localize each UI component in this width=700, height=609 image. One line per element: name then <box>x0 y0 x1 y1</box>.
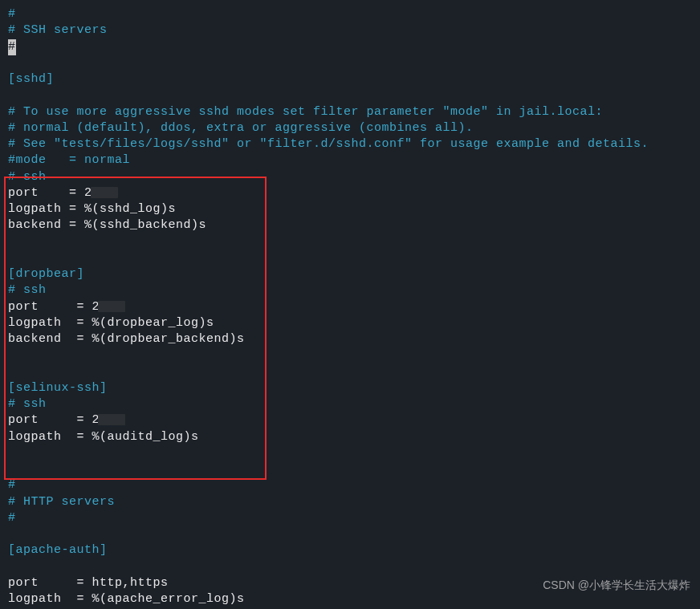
config-file-content: # # SSH servers # [sshd] # To use more a… <box>8 6 692 607</box>
comment-ssh: # ssh <box>8 397 47 411</box>
config-port: port = 2 <box>8 186 118 200</box>
cursor-block: # <box>8 39 16 55</box>
config-logpath: logpath = %(sshd_log)s <box>8 202 176 216</box>
section-sshd: [sshd] <box>8 72 54 86</box>
redacted-value <box>91 187 118 198</box>
comment-line: # <box>8 511 16 525</box>
redacted-value <box>98 301 125 312</box>
config-logpath: logpath = %(apache_error_log)s <box>8 592 245 606</box>
section-apache-auth: [apache-auth] <box>8 543 108 557</box>
redacted-value <box>98 414 125 425</box>
comment-line: # <box>8 478 16 492</box>
comment-line: # To use more aggressive sshd modes set … <box>8 105 603 119</box>
comment-line: # <box>8 7 16 21</box>
comment-http-servers: # HTTP servers <box>8 495 115 509</box>
config-port: port = 2 <box>8 413 125 427</box>
config-backend: backend = %(dropbear_backend)s <box>8 332 245 346</box>
config-port: port = http,https <box>8 576 169 590</box>
comment-line: # normal (default), ddos, extra or aggre… <box>8 121 474 135</box>
config-port: port = 2 <box>8 300 125 314</box>
comment-line: # See "tests/files/logs/sshd" or "filter… <box>8 137 649 151</box>
comment-ssh: # ssh <box>8 283 47 297</box>
watermark-text: CSDN @小锋学长生活大爆炸 <box>543 578 690 593</box>
comment-ssh-servers: # SSH servers <box>8 23 108 37</box>
comment-ssh: # ssh <box>8 170 47 184</box>
config-backend: backend = %(sshd_backend)s <box>8 218 206 232</box>
section-selinux-ssh: [selinux-ssh] <box>8 381 108 395</box>
section-dropbear: [dropbear] <box>8 267 84 281</box>
comment-mode: #mode = normal <box>8 153 130 167</box>
config-logpath: logpath = %(auditd_log)s <box>8 430 199 444</box>
config-logpath: logpath = %(dropbear_log)s <box>8 316 214 330</box>
